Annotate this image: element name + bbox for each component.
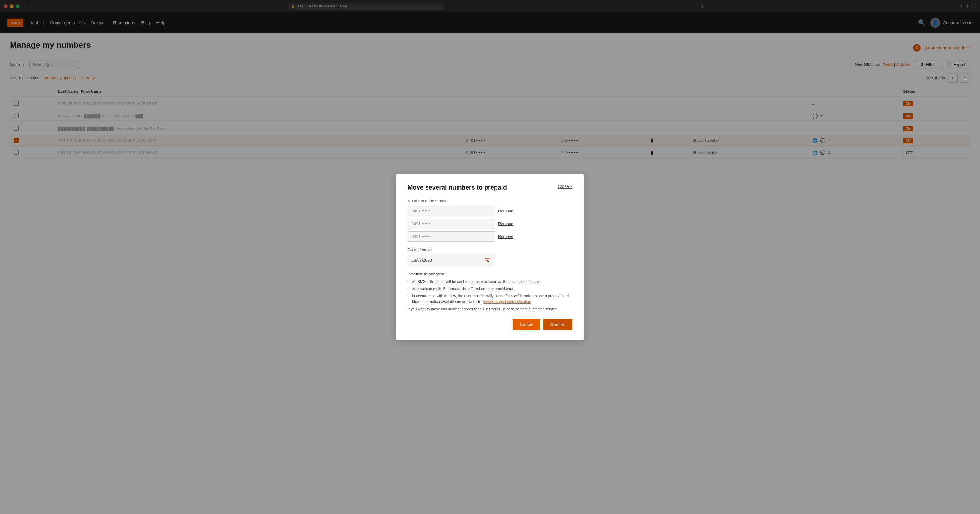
modal-footer: Cancel Confirm — [407, 319, 573, 330]
modal-header: Move several numbers to prepaid Close x — [407, 184, 573, 191]
confirm-button[interactable]: Confirm — [543, 319, 573, 330]
number-row-2: Remove — [407, 219, 573, 229]
remove-button-1[interactable]: Remove — [498, 208, 513, 213]
calendar-icon: 📅 — [485, 257, 491, 263]
number-input-2[interactable] — [407, 219, 495, 229]
number-row-1: Remove — [407, 206, 573, 216]
practical-item-3: In accordance with the law, the user mus… — [407, 293, 573, 304]
practical-item-1: An SMS notification will be sent to the … — [407, 279, 573, 285]
practical-note: If you want to move this number sooner t… — [407, 307, 573, 311]
practical-item-2: As a welcome gift, 5 euros will be offer… — [407, 286, 573, 292]
modal-title: Move several numbers to prepaid — [407, 184, 507, 191]
practical-title: Practical information: — [407, 272, 573, 276]
modal-dialog: Move several numbers to prepaid Close x … — [396, 174, 584, 340]
practical-list: An SMS notification will be sent to the … — [407, 279, 573, 304]
remove-button-3[interactable]: Remove — [498, 234, 513, 239]
modal-overlay[interactable]: Move several numbers to prepaid Close x … — [0, 0, 980, 514]
remove-button-2[interactable]: Remove — [498, 221, 513, 226]
date-row: 18/07/2020 📅 — [407, 255, 573, 266]
date-input[interactable]: 18/07/2020 📅 — [407, 255, 495, 266]
cancel-button[interactable]: Cancel — [513, 319, 540, 330]
numbers-form-group: Numbers to be moved Remove Remove Remove — [407, 199, 573, 242]
numbers-label: Numbers to be moved — [407, 199, 573, 203]
identification-link[interactable]: www.orange.be/identification — [484, 299, 531, 304]
practical-info: Practical information: An SMS notificati… — [407, 272, 573, 311]
close-button[interactable]: Close x — [558, 184, 573, 189]
number-input-1[interactable] — [407, 206, 495, 216]
date-label: Date of move — [407, 247, 573, 252]
date-form-group: Date of move 18/07/2020 📅 — [407, 247, 573, 266]
date-value: 18/07/2020 — [412, 258, 432, 263]
number-input-3[interactable] — [407, 231, 495, 242]
number-row-3: Remove — [407, 231, 573, 242]
